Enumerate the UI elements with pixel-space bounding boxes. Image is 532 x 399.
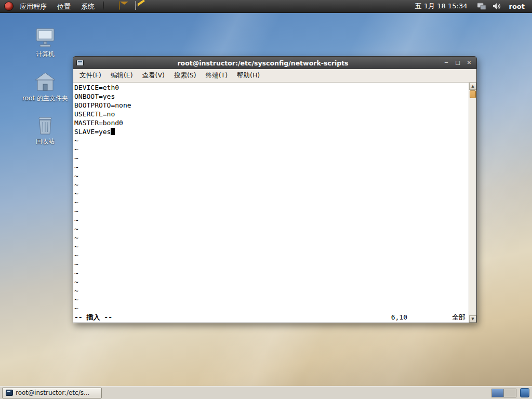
menu-search[interactable]: 搜索(S)	[169, 69, 201, 82]
menu-edit[interactable]: 编辑(E)	[106, 69, 138, 82]
terminal-window-icon	[76, 60, 84, 66]
tilde-line: ~	[74, 163, 469, 171]
tilde-line: ~	[74, 251, 469, 260]
tilde-line: ~	[74, 189, 469, 198]
firefox-icon	[103, 1, 104, 10]
tilde-line: ~	[74, 145, 469, 154]
buffer-line: MASTER=bond0	[74, 118, 469, 127]
terminal-scrollbar[interactable]: ▲ ▼	[469, 83, 476, 323]
task-button-label: root@instructor:/etc/s...	[16, 389, 89, 396]
scroll-down-icon[interactable]: ▼	[469, 315, 476, 323]
vim-status-line: -- 插入 -- 6,10 全部	[74, 313, 469, 322]
computer-icon	[33, 28, 57, 48]
terminal-area: DEVICE=eth0 ONBOOT=yes BOOTPROTO=none US…	[73, 83, 476, 323]
window-titlebar[interactable]: root@instructor:/etc/sysconfig/network-s…	[73, 57, 476, 69]
vim-cursor-position: 6,10	[391, 313, 407, 322]
menu-system[interactable]: 系统	[76, 0, 100, 13]
home-folder-icon	[33, 72, 57, 92]
taskbar-right-cluster	[491, 388, 529, 397]
tilde-line: ~	[74, 269, 469, 277]
window-title: root@instructor:/etc/sysconfig/network-s…	[87, 59, 439, 67]
menu-terminal[interactable]: 终端(T)	[201, 69, 232, 82]
menu-view[interactable]: 查看(V)	[138, 69, 169, 82]
panel-right-cluster: 五 1月 18 15:34 root	[409, 0, 532, 13]
user-switcher[interactable]: root	[504, 3, 532, 10]
workspace-2[interactable]	[504, 389, 516, 397]
firefox-launcher[interactable]	[103, 2, 113, 11]
tilde-line: ~	[74, 233, 469, 242]
vim-mode-indicator: -- 插入 --	[74, 313, 391, 322]
tilde-line: ~	[74, 260, 469, 269]
tilde-line: ~	[74, 154, 469, 163]
tilde-line: ~	[74, 295, 469, 304]
tilde-line: ~	[74, 277, 469, 286]
scrollbar-track[interactable]	[469, 99, 476, 315]
buffer-line: DEVICE=eth0	[74, 83, 469, 92]
menu-file[interactable]: 文件(F)	[75, 69, 106, 82]
tilde-line: ~	[74, 304, 469, 313]
volume-icon[interactable]	[493, 3, 501, 10]
tilde-line: ~	[74, 224, 469, 233]
taskbar-terminal-button[interactable]: root@instructor:/etc/s...	[2, 388, 102, 398]
desktop-icon-home[interactable]: root 的主文件夹	[14, 72, 76, 103]
minimize-button[interactable]: ─	[442, 59, 450, 67]
clock-applet[interactable]: 五 1月 18 15:34	[409, 2, 474, 11]
buffer-line: BOOTPROTO=none	[74, 101, 469, 110]
desktop-icon-label: 回收站	[36, 138, 55, 145]
scroll-up-icon[interactable]: ▲	[469, 83, 476, 90]
vim-buffer: DEVICE=eth0 ONBOOT=yes BOOTPROTO=none US…	[74, 83, 469, 313]
desktop-icon-label: 计算机	[36, 50, 55, 58]
terminal-menubar: 文件(F) 编辑(E) 查看(V) 搜索(S) 终端(T) 帮助(H)	[73, 69, 476, 83]
panel-applet-icon[interactable]	[520, 388, 529, 397]
vim-cursor	[111, 128, 115, 135]
desktop-icon-computer[interactable]: 计算机	[14, 28, 76, 59]
tilde-line: ~	[74, 216, 469, 224]
distro-logo-icon[interactable]	[4, 2, 14, 11]
terminal-content[interactable]: DEVICE=eth0 ONBOOT=yes BOOTPROTO=none US…	[73, 83, 469, 323]
workspace-switcher	[491, 389, 516, 397]
buffer-line-with-cursor: SLAVE=yes	[74, 127, 469, 136]
mail-launcher[interactable]	[119, 2, 129, 11]
close-button[interactable]: ✕	[465, 59, 473, 67]
menu-help[interactable]: 帮助(H)	[232, 69, 264, 82]
tilde-line: ~	[74, 286, 469, 295]
mail-icon	[119, 1, 120, 10]
display-tray-icon[interactable]	[477, 3, 486, 10]
trash-icon	[33, 115, 57, 136]
terminal-task-icon	[6, 390, 13, 396]
vim-scroll-indicator: 全部	[452, 313, 466, 322]
tilde-line: ~	[74, 180, 469, 189]
tilde-line: ~	[74, 242, 469, 251]
text-editor-icon	[135, 1, 136, 10]
desktop-icon-trash[interactable]: 回收站	[14, 115, 76, 146]
tilde-lines: ~~~~~~~~~~~~~~~~~~~~	[74, 136, 469, 313]
editor-launcher[interactable]	[135, 2, 145, 11]
menu-places[interactable]: 位置	[52, 0, 76, 13]
terminal-window: root@instructor:/etc/sysconfig/network-s…	[73, 56, 477, 323]
buffer-line-text: SLAVE=yes	[74, 128, 111, 136]
buffer-line: USERCTL=no	[74, 110, 469, 118]
top-panel: 应用程序 位置 系统 五 1月 18 15:34 root	[0, 0, 532, 13]
maximize-button[interactable]: □	[454, 59, 462, 67]
tilde-line: ~	[74, 136, 469, 145]
tilde-line: ~	[74, 198, 469, 207]
tilde-line: ~	[74, 171, 469, 180]
bottom-taskbar: root@instructor:/etc/s...	[0, 386, 532, 399]
tilde-line: ~	[74, 207, 469, 216]
workspace-1[interactable]	[492, 389, 504, 397]
menu-applications[interactable]: 应用程序	[15, 0, 52, 13]
buffer-line: ONBOOT=yes	[74, 92, 469, 101]
desktop-icon-label: root 的主文件夹	[22, 95, 68, 102]
scrollbar-thumb[interactable]	[470, 90, 476, 98]
